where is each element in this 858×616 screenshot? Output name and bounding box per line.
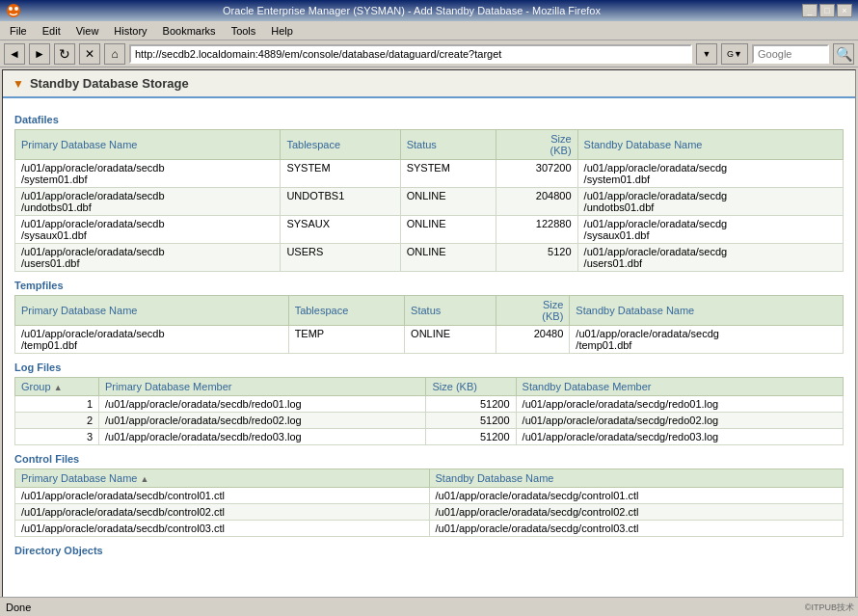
table-row: 1 /u01/app/oracle/oradata/secdb/redo01.l… [15, 396, 844, 413]
df-col-tablespace: Tablespace [281, 130, 400, 160]
df-standby-1: /u01/app/oracle/oradata/secdg/system01.d… [577, 160, 843, 188]
table-row: 2 /u01/app/oracle/oradata/secdb/redo02.l… [15, 413, 844, 429]
dropdown-button[interactable]: ▼ [696, 43, 717, 65]
tf-primary-1: /u01/app/oracle/oradata/secdb/temp01.dbf [15, 326, 289, 354]
content-area: ▼ Standby Database Storage Datafiles Pri… [2, 69, 856, 613]
search-input[interactable] [752, 44, 829, 64]
logfiles-label: Log Files [14, 362, 844, 373]
tf-status-1: ONLINE [405, 326, 496, 354]
section-icon: ▼ [13, 77, 24, 91]
tf-col-size: Size(KB) [496, 296, 570, 326]
forward-button[interactable]: ► [29, 43, 50, 65]
menu-tools[interactable]: Tools [226, 24, 262, 38]
lf-standby-1: /u01/app/oracle/oradata/secdg/redo01.log [516, 396, 843, 413]
tf-col-status: Status [405, 296, 496, 326]
df-standby-3: /u01/app/oracle/oradata/secdg/sysaux01.d… [577, 216, 843, 244]
menu-file[interactable]: File [4, 24, 33, 38]
table-row: /u01/app/oracle/oradata/secdb/undotbs01.… [15, 188, 844, 216]
title-bar: Oracle Enterprise Manager (SYSMAN) - Add… [0, 0, 858, 21]
table-row: 3 /u01/app/oracle/oradata/secdb/redo03.l… [15, 429, 844, 445]
lf-size-3: 51200 [426, 429, 516, 445]
cf-col-primary: Primary Database Name ▲ [15, 469, 430, 488]
df-size-2: 204800 [496, 188, 577, 216]
page-header: ▼ Standby Database Storage [3, 70, 855, 98]
cf-standby-3: /u01/app/oracle/oradata/secdg/control03.… [429, 521, 844, 537]
df-col-status: Status [400, 130, 496, 160]
close-button[interactable]: × [837, 4, 852, 17]
minimize-button[interactable]: _ [802, 4, 818, 17]
tf-size-1: 20480 [496, 326, 570, 354]
status-bar: Done [0, 597, 858, 616]
search-engine-dropdown[interactable]: G▼ [721, 43, 748, 65]
menu-bar: File Edit View History Bookmarks Tools H… [0, 21, 858, 40]
lf-standby-3: /u01/app/oracle/oradata/secdg/redo03.log [516, 429, 843, 445]
tf-tablespace-1: TEMP [288, 326, 404, 354]
lf-size-1: 51200 [426, 396, 516, 413]
tf-col-standby: Standby Database Name [570, 296, 844, 326]
lf-standby-2: /u01/app/oracle/oradata/secdg/redo02.log [516, 413, 843, 429]
cf-primary-1: /u01/app/oracle/oradata/secdb/control01.… [15, 488, 430, 504]
status-text: Done [6, 602, 31, 613]
table-row: /u01/app/oracle/oradata/secdb/users01.db… [15, 244, 844, 272]
menu-edit[interactable]: Edit [37, 24, 67, 38]
menu-view[interactable]: View [70, 24, 105, 38]
lf-primary-2: /u01/app/oracle/oradata/secdb/redo02.log [99, 413, 426, 429]
lf-primary-3: /u01/app/oracle/oradata/secdb/redo03.log [99, 429, 426, 445]
url-input[interactable] [129, 44, 692, 64]
logfiles-table: Group ▲ Primary Database Member Size (KB… [14, 377, 844, 445]
df-primary-3: /u01/app/oracle/oradata/secdb/sysaux01.d… [15, 216, 281, 244]
cf-primary-2: /u01/app/oracle/oradata/secdb/control02.… [15, 504, 430, 521]
maximize-button[interactable]: □ [819, 4, 835, 17]
tf-col-primary: Primary Database Name [15, 296, 289, 326]
df-tablespace-1: SYSTEM [281, 160, 400, 188]
reload-button[interactable]: ↻ [54, 43, 75, 65]
controlfiles-table: Primary Database Name ▲ Standby Database… [14, 469, 844, 537]
table-row: /u01/app/oracle/oradata/secdb/temp01.dbf… [15, 326, 844, 354]
watermark: ©ITPUB技术 [805, 602, 854, 614]
back-button[interactable]: ◄ [4, 43, 25, 65]
df-primary-2: /u01/app/oracle/oradata/secdb/undotbs01.… [15, 188, 281, 216]
controlfiles-label: Control Files [14, 453, 844, 465]
df-tablespace-3: SYSAUX [281, 216, 400, 244]
home-button[interactable]: ⌂ [104, 43, 125, 65]
tf-standby-1: /u01/app/oracle/oradata/secdg/temp01.dbf [570, 326, 844, 354]
df-tablespace-4: USERS [281, 244, 400, 272]
lf-col-size: Size (KB) [426, 378, 516, 396]
menu-help[interactable]: Help [265, 24, 299, 38]
table-row: /u01/app/oracle/oradata/secdb/system01.d… [15, 160, 844, 188]
df-status-3: ONLINE [400, 216, 496, 244]
lf-col-standby: Standby Database Member [516, 378, 843, 396]
menu-history[interactable]: History [108, 24, 152, 38]
cf-primary-3: /u01/app/oracle/oradata/secdb/control03.… [15, 521, 430, 537]
tempfiles-table: Primary Database Name Tablespace Status … [14, 295, 844, 354]
df-col-standby: Standby Database Name [577, 130, 843, 160]
df-status-2: ONLINE [400, 188, 496, 216]
stop-button[interactable]: ✕ [79, 43, 100, 65]
df-size-4: 5120 [496, 244, 577, 272]
window-title: Oracle Enterprise Manager (SYSMAN) - Add… [21, 5, 802, 16]
search-button[interactable]: 🔍 [833, 43, 854, 65]
table-row: /u01/app/oracle/oradata/secdb/sysaux01.d… [15, 216, 844, 244]
datafiles-table: Primary Database Name Tablespace Status … [14, 129, 844, 272]
table-row: /u01/app/oracle/oradata/secdb/control03.… [15, 521, 844, 537]
svg-point-1 [9, 7, 13, 11]
tempfiles-label: Tempfiles [14, 280, 844, 291]
tf-col-tablespace: Tablespace [288, 296, 404, 326]
df-size-3: 122880 [496, 216, 577, 244]
directory-objects-label: Directory Objects [14, 545, 844, 556]
address-bar: ◄ ► ↻ ✕ ⌂ ▼ G▼ 🔍 [0, 40, 858, 67]
cf-standby-1: /u01/app/oracle/oradata/secdg/control01.… [429, 488, 844, 504]
df-size-1: 307200 [496, 160, 577, 188]
df-status-1: SYSTEM [400, 160, 496, 188]
svg-point-2 [14, 7, 18, 11]
lf-col-group: Group ▲ [15, 378, 99, 396]
menu-bookmarks[interactable]: Bookmarks [157, 24, 222, 38]
df-standby-4: /u01/app/oracle/oradata/secdg/users01.db… [577, 244, 843, 272]
page-title: Standby Database Storage [30, 76, 189, 91]
df-primary-4: /u01/app/oracle/oradata/secdb/users01.db… [15, 244, 281, 272]
lf-group-1: 1 [15, 396, 99, 413]
df-primary-1: /u01/app/oracle/oradata/secdb/system01.d… [15, 160, 281, 188]
lf-group-2: 2 [15, 413, 99, 429]
df-tablespace-2: UNDOTBS1 [281, 188, 400, 216]
df-standby-2: /u01/app/oracle/oradata/secdg/undotbs01.… [577, 188, 843, 216]
